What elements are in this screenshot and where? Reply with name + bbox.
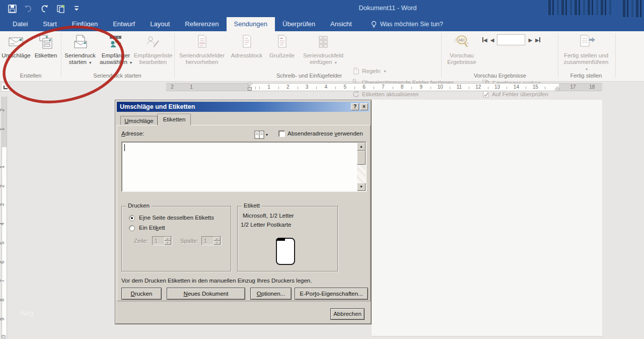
vorschau-ergebnisse-button[interactable]: ABC Vorschau Ergebnisse [443,33,480,71]
abbrechen-button[interactable]: Abbrechen [330,308,365,320]
ruler-number: 6 [0,260,5,263]
ruler-number: 9 [420,84,423,90]
seriendruck-starten-button[interactable]: Seriendruck starten ▾ [62,33,98,71]
scrollbar-thumb[interactable] [357,151,366,165]
horizontal-ruler[interactable]: 21 123456789101112131415 1718 [166,83,604,92]
etiketten-aktualisieren-label: Etiketten aktualisieren [362,91,419,97]
save-icon[interactable] [7,4,17,14]
tab-sendungen[interactable]: Sendungen [227,17,275,31]
group-separator [441,33,442,78]
ruler-number: 7 [382,84,385,90]
eine-seite-radio[interactable] [129,215,135,221]
first-record-arrow-icon: ◀ [483,37,487,43]
tab-datei[interactable]: Datei [5,17,35,31]
group-label-schreib: Schreib- und Einfügefelder [276,73,342,79]
radio-seite-pre: E [139,215,143,221]
record-navigator: ◀ ◀ ▶ ▶ [482,34,540,45]
etikett-groupbox: Etikett Microsoft, 1/2 Letter 1/2 Letter… [237,206,338,272]
address-book-button[interactable]: ▾ [254,129,271,140]
eporto-eigenschaften-button[interactable]: E-Porto-Eigenschaften... [295,288,368,300]
regeln-label: Regeln [362,68,380,74]
quick-access-toolbar [7,3,82,15]
next-record-button[interactable]: ▶ [528,37,532,43]
highlight-merge-fields-icon [194,34,210,51]
spalte-spinner[interactable]: 1 ▲▼ [201,236,222,245]
ein-etikett-radio[interactable] [129,225,135,231]
ruler-number: 2 [0,109,5,112]
empfaenger-auswaehlen-button[interactable]: Empfänger auswählen ▾ [99,33,133,71]
customize-quick-access-icon[interactable] [71,4,82,14]
regeln-button[interactable]: Regeln ▾ [352,66,386,76]
redo-icon[interactable] [39,4,49,14]
optionen-button[interactable]: Optionen... [250,288,292,300]
ruler-number: 17 [570,84,576,90]
neues-rest: eues Dokument [188,291,229,297]
finish-merge-icon [577,34,595,51]
vorschau-ergebnisse-label: Vorschau Ergebnisse [447,52,476,65]
right-indent-marker[interactable] [555,87,560,90]
next-record-arrow-icon: ▶ [528,37,532,43]
empfaengerliste-bearbeiten-button[interactable]: Empfängerliste bearbeiten [133,33,173,71]
seriendruckfelder-hervorheben-button[interactable]: Seriendruckfelder hervorheben [177,33,227,71]
umschlaege-button[interactable]: Umschläge [1,33,31,71]
ruler-number: 14 [514,84,519,90]
group-label-erstellen: Erstellen [20,73,42,79]
absenderadresse-checkbox[interactable] [278,130,285,137]
seriendruckfeld-einfuegen-button[interactable]: Seriendruckfeld einfügen ▾ [298,33,348,71]
copy-icon[interactable] [55,4,65,14]
dialog-help-button[interactable]: ? [351,103,359,110]
neues-dokument-button[interactable]: Neues Dokument [167,288,245,300]
group-separator [615,33,616,78]
undo-icon[interactable] [23,4,33,14]
drucken-button[interactable]: Drucken [121,288,162,300]
record-number-input[interactable] [497,34,525,45]
tab-stop-selector[interactable] [1,83,10,92]
address-textarea[interactable]: ▲ ▼ [121,142,367,192]
title-bar: Dokument11 - Word [0,0,644,17]
dialog-close-button[interactable]: × [360,103,368,110]
vertical-ruler[interactable]: 21 12345678910 [2,97,8,339]
radio-etikett-rest: ett [159,225,165,231]
ruler-right-margin [559,83,602,91]
grusszeile-button[interactable]: Grußzeile [266,33,298,71]
group-separator [174,33,175,78]
ruler-number: 4 [325,84,328,90]
adressblock-label: Adressblock [231,52,263,58]
ruler-number: 7 [0,280,5,283]
spin-up-icon[interactable]: ▲ [213,237,221,241]
fertig-stellen-label: Fertig stellen und zusammenführen [564,52,609,65]
spin-down-icon[interactable]: ▼ [213,241,221,245]
dialog-tab-umschlaege[interactable]: Umschläge [120,116,158,125]
ruler-page-area [250,83,559,91]
chevron-down-icon: ▾ [586,67,588,72]
ruler-number: 10 [438,84,443,90]
first-line-indent-marker[interactable] [247,83,252,86]
tab-entwurf[interactable]: Entwurf [105,17,142,31]
spin-down-icon[interactable]: ▼ [164,241,171,245]
fertig-stellen-button[interactable]: Fertig stellen und zusammenführen ▾ [562,33,610,71]
chevron-down-icon: ▾ [335,60,337,65]
document-page[interactable] [372,100,602,336]
spin-up-icon[interactable]: ▲ [164,237,171,241]
ruler-left-margin [166,83,250,91]
scroll-up-button[interactable]: ▲ [357,143,366,151]
tab-ueberpruefen[interactable]: Überprüfen [275,17,323,31]
last-record-button[interactable]: ▶ [535,37,540,43]
drucken-groupbox: Drucken Eine Seite desselben Etiketts Ei… [121,206,231,272]
tell-me-box[interactable]: Was möchten Sie tun? [371,17,443,31]
left-indent-marker[interactable] [248,87,252,91]
scroll-down-button[interactable]: ▼ [357,183,366,191]
tab-ansicht[interactable]: Ansicht [323,17,360,31]
dialog-title-bar[interactable]: Umschläge und Etiketten [117,102,370,112]
dialog-tab-etiketten[interactable]: Etiketten [158,114,191,125]
tab-layout[interactable]: Layout [142,17,177,31]
tab-referenzen[interactable]: Referenzen [177,17,226,31]
tab-einfuegen[interactable]: Einfügen [64,17,105,31]
zeile-spinner[interactable]: 1 ▲▼ [152,236,172,245]
address-scrollbar[interactable]: ▲ ▼ [357,143,366,191]
adressblock-button[interactable]: Adressblock [228,33,266,71]
tab-start[interactable]: Start [35,17,64,31]
first-record-button[interactable]: ◀ [482,37,487,43]
etiketten-button[interactable]: Etiketten [31,33,60,71]
previous-record-button[interactable]: ◀ [490,37,494,43]
